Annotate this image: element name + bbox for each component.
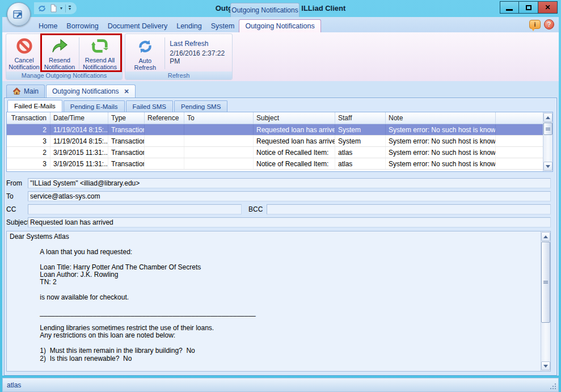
scroll-thumb[interactable] <box>541 242 550 323</box>
help-icon[interactable]: ? <box>544 19 554 29</box>
minimize-button[interactable] <box>500 1 519 14</box>
titlebar: ▾ ▾ Outgoing Notifications - ILLiad Clie… <box>2 0 559 17</box>
tab-main-label: Main <box>24 87 39 95</box>
from-field[interactable] <box>28 178 551 188</box>
resize-grip-icon[interactable] <box>550 383 557 390</box>
resend-all-notifications-label: Resend All Notifications <box>83 57 117 70</box>
cell-datetime: 11/19/2014 8:15:... <box>50 124 108 135</box>
column-header-datetime[interactable]: Date/Time <box>50 112 108 124</box>
email-body-container: Dear Systems Atlas A loan that you had r… <box>6 231 551 372</box>
resend-arrow-icon <box>50 36 69 56</box>
arrow-down-icon <box>546 165 550 168</box>
cell-note: System error: No such host is known <box>386 136 496 146</box>
scroll-thumb[interactable] <box>543 123 552 135</box>
column-header-note[interactable]: Note <box>386 112 496 124</box>
auto-refresh-button[interactable]: Auto Refresh <box>126 35 164 71</box>
scroll-down-button[interactable] <box>543 162 552 171</box>
column-header-reference[interactable]: Reference <box>145 112 184 124</box>
ribbon-tab-system[interactable]: System <box>206 19 239 32</box>
cell-staff: atlas <box>335 158 386 169</box>
cell-subject: Notice of Recalled Item: <box>254 147 335 158</box>
home-icon <box>12 87 21 95</box>
group-caption-manage: Manage Outgoing Notifications <box>6 71 122 79</box>
application-menu-button[interactable] <box>7 2 31 26</box>
status-user: atlas <box>7 381 21 389</box>
ribbon-tab-borrowing[interactable]: Borrowing <box>62 19 103 32</box>
scroll-up-button[interactable] <box>543 113 552 122</box>
email-body[interactable]: Dear Systems Atlas A loan that you had r… <box>7 231 541 371</box>
tab-close-icon[interactable]: ✕ <box>124 88 129 95</box>
failed-emails-grid: Transaction Date/Time Type Reference To … <box>6 112 553 172</box>
tab-main[interactable]: Main <box>6 85 45 98</box>
cc-field[interactable] <box>28 204 242 214</box>
maximize-button[interactable] <box>519 1 538 14</box>
status-bar: atlas <box>2 378 559 392</box>
cell-subject: Requested loan has arrived <box>254 136 335 146</box>
cell-transaction: 3 <box>7 158 50 169</box>
cell-filler <box>496 158 543 169</box>
tab-outgoing-notifications[interactable]: Outgoing Notifications ✕ <box>46 85 136 98</box>
last-refresh-timestamp: 2/16/2016 2:37:22 PM <box>170 49 225 65</box>
subject-label: Subject <box>6 218 28 226</box>
column-header-filler <box>496 112 543 124</box>
subtab-failed-emails[interactable]: Failed E-Mails <box>7 100 62 112</box>
email-body-text: Dear Systems Atlas A loan that you had r… <box>10 233 538 371</box>
column-header-staff[interactable]: Staff <box>335 112 386 124</box>
resend-all-notifications-button[interactable]: Resend All Notifications <box>80 35 120 71</box>
ribbon-tab-lending[interactable]: Lending <box>172 19 206 32</box>
auto-refresh-icon <box>136 37 155 56</box>
column-header-subject[interactable]: Subject <box>254 112 335 124</box>
ribbon-help-area: i ? <box>529 19 554 29</box>
table-row[interactable]: 2 11/19/2014 8:15:... Transaction Reques… <box>7 124 543 136</box>
cell-note: System error: No such host is known <box>386 147 496 158</box>
column-header-transaction[interactable]: Transaction <box>7 112 50 124</box>
column-header-to[interactable]: To <box>184 112 254 124</box>
table-row[interactable]: 2 3/19/2015 11:31:... Transaction Notice… <box>7 147 543 158</box>
column-header-type[interactable]: Type <box>108 112 145 124</box>
bcc-field[interactable] <box>267 204 551 214</box>
window-controls: ✕ <box>500 1 558 14</box>
table-row[interactable]: 3 3/19/2015 11:31:... Transaction Notice… <box>7 158 543 170</box>
grid-vertical-scrollbar[interactable] <box>543 112 552 171</box>
subject-row: Subject <box>6 217 551 227</box>
group-separator <box>79 37 79 69</box>
resend-notification-button[interactable]: Resend Notification <box>41 35 78 71</box>
table-row[interactable]: 3 11/19/2014 8:15:... Transaction Reques… <box>7 136 543 147</box>
cell-transaction: 2 <box>7 147 50 158</box>
ribbon-tab-outgoing-notifications[interactable]: Outgoing Notifications <box>239 19 320 32</box>
to-label: To <box>6 192 28 200</box>
cell-filler <box>496 147 543 158</box>
last-refresh-info: Last Refresh 2/16/2016 2:37:22 PM <box>165 35 231 71</box>
arrow-up-icon <box>546 116 550 119</box>
subject-field[interactable] <box>28 217 551 227</box>
scroll-up-button[interactable] <box>541 232 550 241</box>
resend-all-loop-icon <box>90 36 109 56</box>
cell-datetime: 3/19/2015 11:31:... <box>50 158 108 169</box>
tab-outgoing-notifications-label: Outgoing Notifications <box>52 87 119 95</box>
thumb-grip-icon <box>546 128 550 130</box>
to-field[interactable] <box>28 191 551 201</box>
bcc-label: BCC <box>248 205 267 213</box>
resend-notification-label: Resend Notification <box>44 57 75 70</box>
subtab-pending-sms[interactable]: Pending SMS <box>174 100 227 112</box>
subtab-failed-sms[interactable]: Failed SMS <box>126 100 173 112</box>
cc-label: CC <box>6 205 28 213</box>
info-bubble-icon[interactable]: i <box>529 20 541 29</box>
group-caption-refresh: Refresh <box>125 71 232 79</box>
document-tab-bar: Main Outgoing Notifications ✕ <box>4 84 557 98</box>
cell-reference <box>145 158 184 169</box>
cancel-notification-button[interactable]: Cancel Notification <box>7 35 41 71</box>
arrow-up-icon <box>543 235 548 238</box>
email-vertical-scrollbar[interactable] <box>541 231 550 371</box>
group-refresh: Auto Refresh Last Refresh 2/16/2016 2:37… <box>125 33 233 80</box>
close-button[interactable]: ✕ <box>538 1 558 14</box>
scroll-down-button[interactable] <box>541 361 550 370</box>
cell-type: Transaction <box>108 147 145 158</box>
arrow-down-icon <box>543 365 548 368</box>
app-logo-icon <box>12 8 25 20</box>
ribbon-tab-home[interactable]: Home <box>34 19 62 32</box>
subtab-pending-emails[interactable]: Pending E-Mails <box>64 100 125 112</box>
cancel-icon <box>15 36 34 56</box>
ribbon-tab-document-delivery[interactable]: Document Delivery <box>103 19 172 32</box>
cell-transaction: 3 <box>7 136 50 146</box>
